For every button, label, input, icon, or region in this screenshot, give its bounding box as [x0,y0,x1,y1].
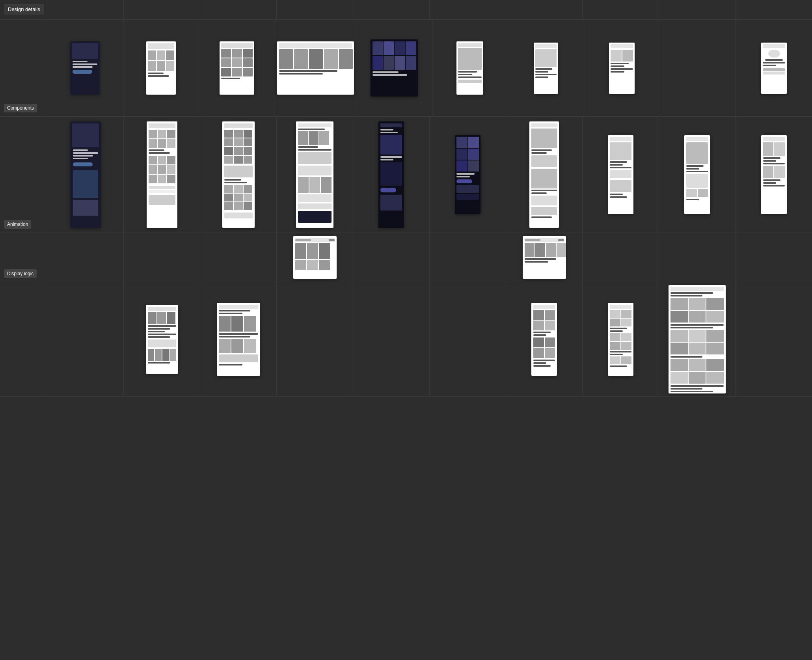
cell-dl1-8 [583,233,659,282]
frame-dl-carousel[interactable] [293,236,337,279]
cell-lr-3 [200,282,277,396]
frame-anim-carousel-last[interactable] [378,121,404,228]
cell-components-9 [660,20,736,116]
cell-components-6 [432,20,508,116]
cell-dl1-5 [353,233,430,282]
cell-lr-7 [506,282,583,396]
cell-lr-6 [430,282,506,396]
display-logic-label-cell: Display logic [0,233,47,282]
cell-lr-2 [124,282,200,396]
cell-anim-5 [353,117,430,233]
frame-anim-carousel-detail[interactable] [296,121,333,228]
cell-dl1-6 [430,233,506,282]
cell-dl1-9 [659,233,736,282]
cell-components-3 [199,20,275,116]
frame-lr-carousel[interactable] [217,303,260,376]
frame-lr-spotlight[interactable] [608,303,633,376]
cell-components-7 [508,20,584,116]
cell-dl1-3 [200,233,277,282]
last-row-label-cell [0,282,47,396]
cell-anim-9 [659,117,736,233]
animation-badge[interactable]: Animation [4,220,31,229]
frame-lr-interest-prefs[interactable] [146,305,178,374]
frame-rec-spotlight[interactable] [534,43,558,94]
cell-dl1-4 [277,233,353,282]
animation-label-cell: Animation [0,117,47,233]
frame-anim-curated-large[interactable] [684,135,710,214]
cell-anim-10 [736,117,812,233]
frame-anim-curated-small[interactable] [761,135,787,214]
cell-anim-4 [277,117,353,233]
cell-components-10 [736,20,812,116]
main-canvas: Design details Components [0,0,812,660]
cell-lr-1 [47,282,124,396]
cell-lr-9 [659,282,736,396]
frame-anim-prefs-grid[interactable] [222,121,255,228]
frame-lr-rec-poster[interactable] [531,303,557,376]
cell-components-1 [47,20,123,116]
cell-components-8 [584,20,660,116]
cell-dl1-1 [47,233,124,282]
cell-lr-10 [736,282,812,396]
frame-anim-interest-capture[interactable] [455,135,480,214]
design-details-badge[interactable]: Design details [4,4,44,15]
frame-rec-carousel[interactable] [277,41,354,95]
cell-components-5 [356,20,432,116]
cell-components-4 [275,20,356,116]
cell-dl1-2 [124,233,200,282]
cell-lr-4 [277,282,353,396]
cell-dl1-10 [736,233,812,282]
components-label-cell: Components [0,20,47,116]
components-badge[interactable]: Components [4,104,37,112]
frame-rec-poster[interactable] [456,41,483,95]
frame-anim-interest[interactable] [147,121,177,228]
cell-anim-8 [583,117,659,233]
frame-anim-feature[interactable] [70,121,101,228]
cell-lr-5 [353,282,430,396]
frame-curated-selection[interactable] [609,43,635,94]
frame-interest-capture[interactable] [371,39,418,97]
frame-feature-announcement[interactable] [70,41,100,95]
frame-anim-rec-poster[interactable] [529,121,559,228]
cell-anim-2 [124,117,200,233]
cell-anim-3 [200,117,277,233]
cell-components-2 [123,20,199,116]
frame-interest-prefs[interactable] [146,41,176,95]
cell-anim-6 [430,117,506,233]
cell-lr-8 [583,282,659,396]
frame-lr-curated[interactable] [669,285,726,393]
frame-interest-prefs-grid[interactable] [220,41,254,95]
frame-dl-poster-anim[interactable] [523,236,566,279]
cell-anim-1 [47,117,124,233]
cell-anim-7 [506,117,583,233]
display-logic-badge[interactable]: Display logic [4,269,37,278]
cell-dl1-7 [506,233,583,282]
frame-anim-spotlight[interactable] [608,135,633,214]
frame-account-setup[interactable] [761,43,787,94]
